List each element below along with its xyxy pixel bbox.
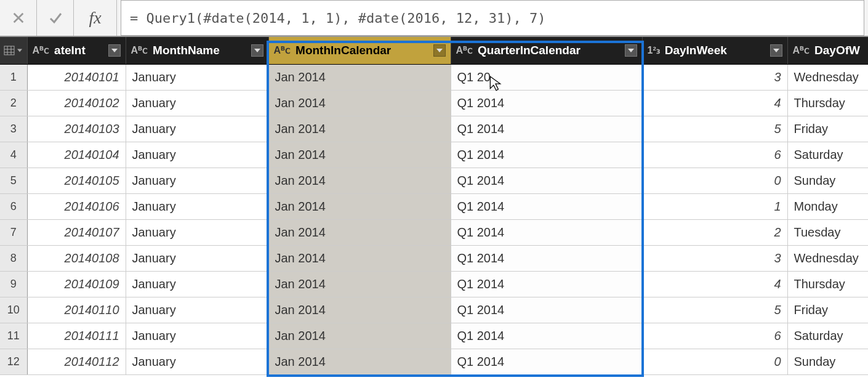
cell-mic[interactable]: Jan 2014 xyxy=(268,297,451,323)
cell-dow[interactable]: Friday xyxy=(787,297,868,323)
table-row[interactable]: 820140108JanuaryJan 2014Q1 20143Wednesda… xyxy=(0,245,868,271)
column-header-dateint[interactable]: AᴮᴄateInt xyxy=(27,37,126,64)
cell-dow[interactable]: Friday xyxy=(787,116,868,142)
cell-dow[interactable]: Thursday xyxy=(787,90,868,116)
column-header-qic[interactable]: AᴮᴄQuarterInCalendar xyxy=(451,37,642,64)
cell-dateint[interactable]: 20140111 xyxy=(27,323,126,349)
cell-mic[interactable]: Jan 2014 xyxy=(268,142,451,168)
table-row[interactable]: 320140103JanuaryJan 2014Q1 20145Friday xyxy=(0,116,868,142)
cell-qic[interactable]: Q1 2014 xyxy=(451,142,642,168)
table-row[interactable]: 120140101JanuaryJan 2014Q1 203Wednesday xyxy=(0,64,868,90)
cell-dow[interactable]: Sunday xyxy=(787,349,868,374)
cell-qic[interactable]: Q1 2014 xyxy=(451,90,642,116)
cell-month[interactable]: January xyxy=(126,349,268,374)
cell-dow[interactable]: Sunday xyxy=(787,168,868,193)
cell-rownum[interactable]: 2 xyxy=(0,90,27,116)
cell-month[interactable]: January xyxy=(126,90,268,116)
cell-qic[interactable]: Q1 2014 xyxy=(451,193,642,219)
cell-dow[interactable]: Thursday xyxy=(787,271,868,297)
cell-dow[interactable]: Saturday xyxy=(787,323,868,349)
cell-rownum[interactable]: 4 xyxy=(0,142,27,168)
cell-dateint[interactable]: 20140107 xyxy=(27,219,126,245)
cell-mic[interactable]: Jan 2014 xyxy=(268,90,451,116)
column-header-dow[interactable]: AᴮᴄDayOfW xyxy=(787,37,868,64)
cell-rownum[interactable]: 7 xyxy=(0,219,27,245)
cell-dateint[interactable]: 20140106 xyxy=(27,193,126,219)
cell-month[interactable]: January xyxy=(126,219,268,245)
cell-diw[interactable]: 2 xyxy=(642,219,787,245)
cell-mic[interactable]: Jan 2014 xyxy=(268,271,451,297)
column-filter-button[interactable] xyxy=(770,44,782,57)
cell-diw[interactable]: 5 xyxy=(642,297,787,323)
table-row[interactable]: 420140104JanuaryJan 2014Q1 20146Saturday xyxy=(0,142,868,168)
cell-month[interactable]: January xyxy=(126,245,268,271)
cell-rownum[interactable]: 9 xyxy=(0,271,27,297)
cell-qic[interactable]: Q1 2014 xyxy=(451,116,642,142)
cell-month[interactable]: January xyxy=(126,116,268,142)
column-filter-button[interactable] xyxy=(625,44,637,57)
confirm-button[interactable] xyxy=(37,0,74,36)
cell-dateint[interactable]: 20140105 xyxy=(27,168,126,193)
cell-month[interactable]: January xyxy=(126,193,268,219)
cell-dateint[interactable]: 20140112 xyxy=(27,349,126,374)
cell-rownum[interactable]: 10 xyxy=(0,297,27,323)
cell-mic[interactable]: Jan 2014 xyxy=(268,323,451,349)
cell-month[interactable]: January xyxy=(126,168,268,193)
column-header-diw[interactable]: 1²₃DayInWeek xyxy=(642,37,787,64)
cell-mic[interactable]: Jan 2014 xyxy=(268,219,451,245)
cell-dateint[interactable]: 20140108 xyxy=(27,245,126,271)
cell-month[interactable]: January xyxy=(126,142,268,168)
cell-dateint[interactable]: 20140101 xyxy=(27,64,126,90)
cell-diw[interactable]: 0 xyxy=(642,349,787,374)
cell-diw[interactable]: 4 xyxy=(642,90,787,116)
cell-qic[interactable]: Q1 2014 xyxy=(451,297,642,323)
cell-diw[interactable]: 3 xyxy=(642,245,787,271)
table-row[interactable]: 1020140110JanuaryJan 2014Q1 20145Friday xyxy=(0,297,868,323)
table-row[interactable]: 720140107JanuaryJan 2014Q1 20142Tuesday xyxy=(0,219,868,245)
table-corner[interactable] xyxy=(0,37,27,64)
cell-rownum[interactable]: 5 xyxy=(0,168,27,193)
cell-diw[interactable]: 1 xyxy=(642,193,787,219)
cancel-button[interactable] xyxy=(0,0,37,36)
cell-diw[interactable]: 6 xyxy=(642,323,787,349)
cell-mic[interactable]: Jan 2014 xyxy=(268,116,451,142)
cell-dateint[interactable]: 20140109 xyxy=(27,271,126,297)
cell-rownum[interactable]: 3 xyxy=(0,116,27,142)
cell-dow[interactable]: Saturday xyxy=(787,142,868,168)
table-row[interactable]: 520140105JanuaryJan 2014Q1 20140Sunday xyxy=(0,168,868,193)
cell-mic[interactable]: Jan 2014 xyxy=(268,193,451,219)
table-row[interactable]: 620140106JanuaryJan 2014Q1 20141Monday xyxy=(0,193,868,219)
cell-month[interactable]: January xyxy=(126,64,268,90)
column-header-month[interactable]: AᴮᴄMonthName xyxy=(126,37,268,64)
table-row[interactable]: 1120140111JanuaryJan 2014Q1 20146Saturda… xyxy=(0,323,868,349)
cell-qic[interactable]: Q1 2014 xyxy=(451,271,642,297)
cell-qic[interactable]: Q1 20 xyxy=(451,64,642,90)
cell-mic[interactable]: Jan 2014 xyxy=(268,349,451,374)
cell-mic[interactable]: Jan 2014 xyxy=(268,245,451,271)
cell-rownum[interactable]: 11 xyxy=(0,323,27,349)
column-filter-button[interactable] xyxy=(433,44,446,57)
cell-mic[interactable]: Jan 2014 xyxy=(268,64,451,90)
table-row[interactable]: 1220140112JanuaryJan 2014Q1 20140Sunday xyxy=(0,349,868,374)
cell-diw[interactable]: 4 xyxy=(642,271,787,297)
cell-dow[interactable]: Wednesday xyxy=(787,64,868,90)
cell-dateint[interactable]: 20140110 xyxy=(27,297,126,323)
cell-dow[interactable]: Monday xyxy=(787,193,868,219)
cell-rownum[interactable]: 12 xyxy=(0,349,27,374)
cell-diw[interactable]: 0 xyxy=(642,168,787,193)
cell-month[interactable]: January xyxy=(126,271,268,297)
formula-input[interactable]: = Query1(#date(2014, 1, 1), #date(2016, … xyxy=(121,0,864,36)
cell-qic[interactable]: Q1 2014 xyxy=(451,168,642,193)
table-row[interactable]: 920140109JanuaryJan 2014Q1 20144Thursday xyxy=(0,271,868,297)
cell-rownum[interactable]: 1 xyxy=(0,64,27,90)
cell-dow[interactable]: Wednesday xyxy=(787,245,868,271)
column-header-mic[interactable]: AᴮᴄMonthInCalendar xyxy=(268,37,451,64)
cell-month[interactable]: January xyxy=(126,323,268,349)
cell-qic[interactable]: Q1 2014 xyxy=(451,219,642,245)
cell-dateint[interactable]: 20140102 xyxy=(27,90,126,116)
cell-diw[interactable]: 3 xyxy=(642,64,787,90)
table-row[interactable]: 220140102JanuaryJan 2014Q1 20144Thursday xyxy=(0,90,868,116)
cell-qic[interactable]: Q1 2014 xyxy=(451,323,642,349)
cell-month[interactable]: January xyxy=(126,297,268,323)
cell-mic[interactable]: Jan 2014 xyxy=(268,168,451,193)
